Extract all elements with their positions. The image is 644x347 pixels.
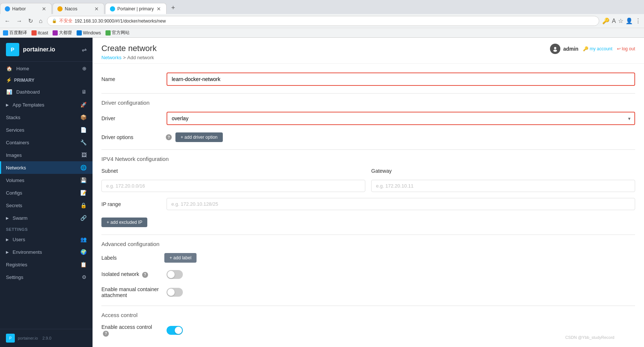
gateway-col: Gateway	[371, 168, 635, 174]
sidebar-dashboard-label: Dashboard	[16, 89, 78, 95]
sidebar-item-app-templates[interactable]: ▶ App Templates 🚀	[0, 98, 93, 111]
subnet-gateway-row: Subnet Gateway	[101, 168, 635, 192]
isolated-help-icon[interactable]: ?	[142, 272, 148, 278]
tab-nacos[interactable]: Nacos ✕	[53, 3, 104, 14]
bookmark-dadao[interactable]: 大都督	[53, 30, 72, 36]
my-account-link[interactable]: 🔑 my account	[583, 46, 613, 51]
users-expand-icon: ▶	[6, 237, 9, 242]
volumes-icon-right: 💾	[80, 177, 87, 183]
sidebar-item-swarm[interactable]: ▶ Swarm 🔗	[0, 212, 93, 224]
sidebar-item-services[interactable]: Services 📄	[0, 124, 93, 136]
access-control-toggle[interactable]	[167, 326, 183, 335]
bookmarks-bar: 百度翻译 itcast 大都督 Windows 官方网站	[0, 28, 644, 37]
advanced-divider	[101, 235, 635, 235]
breadcrumb-separator: >	[123, 55, 126, 60]
isolated-network-row: Isolated network ?	[101, 270, 635, 279]
back-button[interactable]: ←	[3, 17, 12, 25]
portainer-favicon	[110, 6, 115, 11]
sidebar-item-secrets[interactable]: Secrets 🔒	[0, 199, 93, 212]
bookmark-official[interactable]: 官方网站	[105, 30, 130, 36]
driver-select[interactable]: overlay bridge host none macvlan	[167, 112, 635, 125]
sidebar-version: 2.9.0	[42, 336, 51, 340]
environments-icon-right: 🌍	[80, 249, 87, 255]
images-icon-right: 🖼	[81, 152, 87, 158]
address-bar: ← → ↻ ⌂ 🔒 不安全 192.168.10.30:9000/#!/1/do…	[0, 14, 644, 28]
subnet-label: Subnet	[101, 168, 365, 174]
home-icon: 🏠	[6, 65, 13, 72]
url-actions: 🔑 A ☆ 👤 ⋮	[602, 17, 641, 24]
official-icon	[105, 30, 111, 36]
translate-icon[interactable]: A	[612, 18, 616, 24]
sidebar-toggle-arrow[interactable]: ⇌	[82, 46, 87, 53]
url-bar[interactable]: 🔒 不安全 192.168.10.30:9000/#!/1/docker/net…	[47, 16, 600, 26]
tab-portainer[interactable]: Portainer | primary ✕	[105, 3, 167, 14]
portainer-logo-icon: P	[6, 43, 19, 56]
logout-link[interactable]: ↩ log out	[617, 46, 635, 51]
primary-bolt-icon: ⚡	[6, 77, 12, 83]
sidebar-item-home[interactable]: 🏠 Home ⊕	[0, 62, 93, 75]
primary-badge: ⚡ PRIMARY	[0, 75, 93, 85]
sidebar-logo: P portainer.io ⇌	[0, 38, 93, 62]
sidebar-services-label: Services	[6, 127, 77, 133]
add-driver-option-button[interactable]: + add driver option	[175, 132, 223, 142]
ipv4-divider	[101, 149, 635, 150]
admin-info: admin	[550, 44, 578, 54]
sidebar-item-stacks[interactable]: Stacks 📦	[0, 111, 93, 124]
add-excluded-ip-button[interactable]: + add excluded IP	[101, 218, 147, 227]
access-control-help-icon[interactable]: ?	[103, 331, 109, 337]
sidebar-item-registries[interactable]: Registries 📋	[0, 258, 93, 271]
access-control-row: Enable access control ?	[101, 324, 635, 337]
gateway-input[interactable]	[371, 180, 635, 192]
profile-icon[interactable]: 👤	[625, 17, 633, 24]
sidebar-item-settings[interactable]: Settings ⚙	[0, 271, 93, 283]
driver-options-help-icon[interactable]: ?	[166, 134, 172, 140]
new-tab-button[interactable]: +	[167, 2, 179, 14]
add-label-button[interactable]: + add label	[164, 253, 197, 263]
bookmark-baidu-label: 百度翻译	[9, 30, 27, 36]
home-nav-button[interactable]: ⌂	[37, 17, 44, 25]
driver-config-title: Driver configuration	[101, 100, 635, 106]
sidebar-item-containers[interactable]: Containers 🔧	[0, 136, 93, 149]
sidebar-item-configs[interactable]: Configs 📝	[0, 186, 93, 199]
sidebar-containers-label: Containers	[6, 140, 77, 145]
sidebar-environments-label: Environments	[13, 249, 77, 255]
sidebar-item-images[interactable]: Images 🖼	[0, 149, 93, 161]
reload-button[interactable]: ↻	[27, 17, 34, 25]
menu-icon[interactable]: ⋮	[635, 17, 641, 24]
sidebar-secrets-label: Secrets	[6, 203, 77, 208]
sidebar-item-users[interactable]: ▶ Users 👥	[0, 233, 93, 246]
tab-nacos-close[interactable]: ✕	[94, 6, 100, 12]
page-header: Create network Networks > Add network ad…	[93, 38, 644, 64]
sidebar: P portainer.io ⇌ 🏠 Home ⊕ ⚡ PRIMARY 📊 Da…	[0, 38, 93, 347]
name-input[interactable]	[167, 73, 635, 86]
bookmark-itcast[interactable]: itcast	[31, 30, 48, 36]
subnet-input[interactable]	[101, 180, 365, 192]
sidebar-item-networks[interactable]: Networks 🌐	[0, 161, 93, 174]
ip-range-input[interactable]	[167, 198, 635, 210]
sidebar-stacks-label: Stacks	[6, 115, 77, 120]
sidebar-item-volumes[interactable]: Volumes 💾	[0, 174, 93, 186]
manual-attachment-toggle[interactable]	[167, 288, 183, 297]
watermark-text: CSDN @Ybb_studyRecord	[565, 335, 614, 340]
breadcrumb-current: Add network	[127, 55, 154, 60]
sidebar-item-dashboard[interactable]: 📊 Dashboard 🖥	[0, 85, 93, 98]
sidebar-item-environments[interactable]: ▶ Environments 🌍	[0, 246, 93, 258]
isolated-network-toggle[interactable]	[167, 270, 183, 279]
breadcrumb-networks-link[interactable]: Networks	[101, 55, 121, 60]
users-icon-right: 👥	[80, 236, 87, 242]
tab-harbor-close[interactable]: ✕	[41, 6, 47, 12]
app-templates-icon-right: 🚀	[80, 102, 87, 108]
bookmark-baidu[interactable]: 百度翻译	[3, 30, 27, 36]
dashboard-icon-right: 🖥	[81, 89, 87, 95]
tab-harbor[interactable]: Harbor ✕	[0, 3, 52, 14]
primary-label: PRIMARY	[14, 78, 34, 83]
home-icon-right: ⊕	[82, 65, 87, 71]
security-icon: 🔒	[52, 18, 57, 23]
forward-button[interactable]: →	[15, 17, 24, 25]
svg-point-0	[554, 47, 556, 49]
star-icon[interactable]: ☆	[618, 17, 623, 24]
tab-portainer-close[interactable]: ✕	[156, 6, 162, 12]
subnet-input-col	[101, 180, 365, 192]
bookmark-windows[interactable]: Windows	[77, 30, 101, 36]
bookmark-itcast-label: itcast	[38, 30, 48, 36]
